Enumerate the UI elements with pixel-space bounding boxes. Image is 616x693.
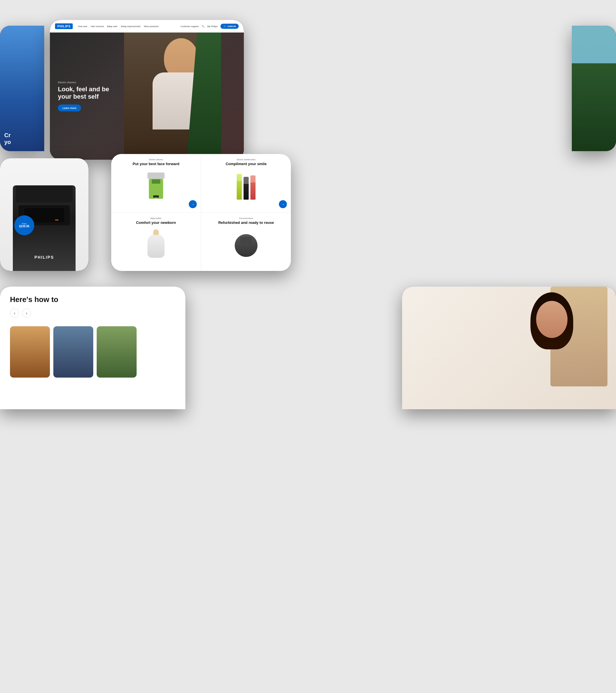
howto-thumbnails	[0, 323, 185, 409]
baby-bottle-card[interactable]: Baby bottles Comfort your newborn	[111, 213, 201, 271]
howto-thumb-3[interactable]	[97, 326, 137, 378]
woman-screen	[402, 286, 616, 409]
shaver-arrow-button[interactable]: →	[189, 200, 197, 208]
left-phone-screen: Cr yo	[0, 26, 44, 151]
baby-bottle-card-title: Comfort your newborn	[136, 220, 176, 225]
coffee-philips-label: PHILIPS	[35, 255, 54, 259]
svg-rect-2	[152, 179, 160, 184]
my-philips-link[interactable]: My Philips	[207, 25, 218, 28]
howto-thumb-2[interactable]	[53, 326, 93, 378]
toothbrush-head-yellow	[237, 174, 242, 181]
shaver-card-image: ▲	[146, 169, 166, 205]
hero-background-figure	[124, 33, 221, 160]
refurb-card-eyebrow: Pre-loved items	[218, 217, 274, 219]
bottle-nipple	[153, 229, 159, 235]
toothbrush-group	[237, 174, 256, 200]
coffee-machine-top	[16, 185, 73, 202]
coffee-status-indicator	[55, 220, 58, 220]
howto-next-button[interactable]: ›	[22, 309, 31, 318]
cart-icon: 🛒	[223, 25, 226, 28]
refurb-card[interactable]: Pre-loved items Refurbished and ready to…	[201, 213, 291, 271]
search-icon[interactable]: 🔍	[202, 25, 204, 28]
customer-support-link[interactable]: Customer support	[180, 25, 199, 28]
learn-more-button[interactable]: Learn more	[58, 104, 81, 111]
refurb-product-top	[240, 237, 252, 244]
price-from-label: From	[22, 223, 26, 225]
forest-background	[572, 26, 616, 151]
svg-text:▲: ▲	[155, 197, 157, 198]
shaver-card-title: Put your best face forward	[133, 162, 179, 166]
toothbrush-yellow	[237, 174, 242, 200]
woman-tablet	[402, 286, 616, 409]
left-phone-device: Cr yo	[0, 26, 44, 151]
toothbrush-arrow-button[interactable]: →	[279, 200, 287, 208]
howto-thumb-1[interactable]	[10, 326, 50, 378]
toothbrush-card-top: Electric toothbrushes Compliment your sm…	[225, 159, 267, 166]
howto-tablet: Here's how to ‹ ›	[0, 286, 185, 409]
toothbrush-card[interactable]: Electric toothbrushes Compliment your sm…	[201, 154, 291, 212]
philips-logo: PHILIPS	[55, 23, 73, 29]
person-head	[164, 38, 198, 78]
woman-face	[536, 301, 568, 338]
howto-screen: Here's how to ‹ ›	[0, 286, 185, 409]
toothbrush-card-image	[237, 169, 256, 205]
howto-title: Here's how to	[10, 295, 175, 304]
woman-figure	[402, 286, 616, 409]
toothbrush-dark	[243, 177, 249, 200]
nav-hair-removal[interactable]: Hair removal	[91, 25, 103, 28]
left-phone-promo: Cr yo	[4, 132, 40, 145]
howto-prev-button[interactable]: ‹	[10, 309, 19, 318]
nav-baby-care[interactable]: Baby care	[107, 25, 118, 28]
howto-content: Here's how to ‹ ›	[0, 286, 185, 323]
product-grid-screen: Electric shavers Put your best face forw…	[111, 154, 291, 271]
shaver-card-top: Electric shavers Put your best face forw…	[133, 159, 179, 166]
nav-links: Oral care Hair removal Baby care Sleep i…	[78, 25, 178, 28]
baby-bottle-card-eyebrow: Baby bottles	[136, 217, 176, 219]
right-phone-device	[572, 26, 616, 151]
toothbrush-head-dark	[243, 177, 249, 184]
shaver-svg: ▲	[146, 173, 166, 201]
svg-rect-0	[147, 173, 164, 179]
coffee-screen: PHILIPS From $239.95	[0, 158, 88, 271]
right-phone-screen	[572, 26, 616, 151]
refurb-card-top: Pre-loved items Refurbished and ready to…	[218, 217, 274, 225]
toothbrush-card-eyebrow: Electric toothbrushes	[225, 159, 267, 161]
nav-more-products[interactable]: More products	[144, 25, 159, 28]
product-grid-tablet: Electric shavers Put your best face forw…	[111, 154, 291, 271]
refurb-card-image	[235, 227, 258, 264]
nav-right: Customer support 🔍 My Philips 🛒 €288.99	[180, 24, 239, 29]
nav-oral-care[interactable]: Oral care	[78, 25, 87, 28]
refurb-card-title: Refurbished and ready to reuse	[218, 220, 274, 225]
price-value: $239.95	[19, 225, 29, 228]
navbar: PHILIPS Oral care Hair removal Baby care…	[50, 20, 244, 33]
cart-amount: €288.99	[227, 25, 236, 28]
center-tablet-device: PHILIPS Oral care Hair removal Baby care…	[50, 20, 244, 160]
baby-bottle-card-image	[147, 227, 164, 264]
toothbrush-pink	[251, 175, 256, 200]
hero-content: Electric shavers Look, feel and be your …	[58, 81, 115, 112]
coffee-machine-tablet: PHILIPS From $239.95	[0, 158, 88, 271]
hero-eyebrow: Electric shavers	[58, 81, 115, 84]
toothbrush-card-title: Compliment your smile	[225, 162, 267, 166]
nav-sleep-improvement[interactable]: Sleep improvement	[121, 25, 141, 28]
shaver-card-eyebrow: Electric shavers	[133, 159, 179, 161]
hero-title: Look, feel and be your best self	[58, 85, 115, 101]
baby-bottle-img	[147, 234, 164, 258]
howto-navigation: ‹ ›	[10, 309, 175, 318]
hero-section: Electric shavers Look, feel and be your …	[50, 33, 244, 160]
shaver-card[interactable]: Electric shavers Put your best face forw…	[111, 154, 201, 212]
price-badge: From $239.95	[14, 215, 34, 235]
refurb-product-img	[235, 234, 258, 257]
cart-button[interactable]: 🛒 €288.99	[220, 24, 239, 29]
toothbrush-head-pink	[251, 175, 256, 182]
tablet-screen: PHILIPS Oral care Hair removal Baby care…	[50, 20, 244, 160]
baby-bottle-card-top: Baby bottles Comfort your newborn	[136, 217, 176, 225]
